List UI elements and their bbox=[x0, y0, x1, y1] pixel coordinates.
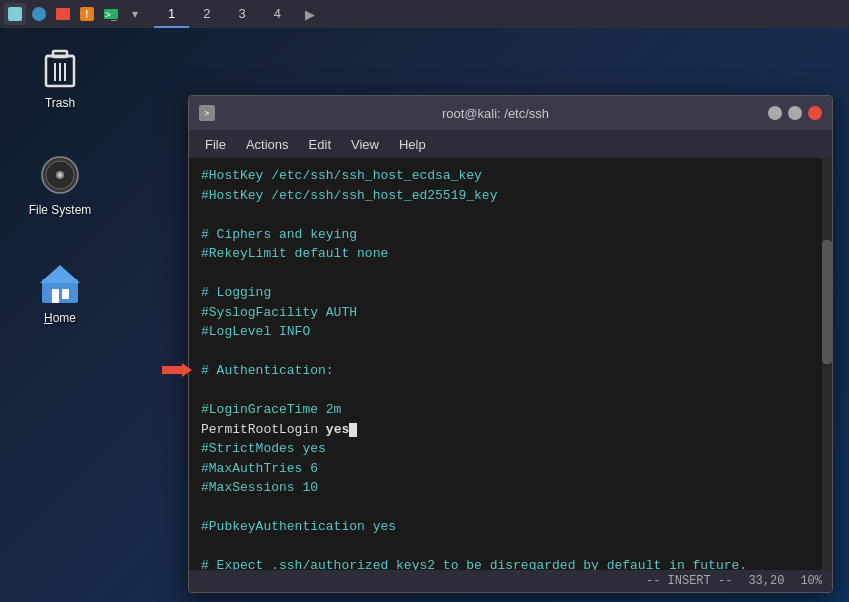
terminal-mode: -- INSERT -- bbox=[646, 574, 732, 588]
content-line-13: #LoginGraceTime 2m bbox=[201, 400, 820, 420]
terminal-menubar: File Actions Edit View Help bbox=[189, 130, 832, 158]
svg-rect-0 bbox=[8, 7, 22, 21]
filesystem-label: File System bbox=[29, 203, 92, 217]
taskbar-tabs: 1 2 3 4 ▶ bbox=[154, 0, 325, 28]
terminal-zoom: 10% bbox=[800, 574, 822, 588]
content-line-4: # Ciphers and keying bbox=[201, 225, 820, 245]
taskbar-tab-extra[interactable]: ▶ bbox=[295, 0, 325, 28]
taskbar-tab-2[interactable]: 2 bbox=[189, 0, 224, 28]
content-line-6 bbox=[201, 264, 820, 284]
content-line-17: #MaxSessions 10 bbox=[201, 478, 820, 498]
taskbar-tab-4[interactable]: 4 bbox=[260, 0, 295, 28]
terminal-content[interactable]: #HostKey /etc/ssh/ssh_host_ecdsa_key #Ho… bbox=[189, 158, 832, 570]
content-line-3 bbox=[201, 205, 820, 225]
content-line-5: #RekeyLimit default none bbox=[201, 244, 820, 264]
home-label: Home bbox=[44, 311, 76, 325]
minimize-button[interactable] bbox=[768, 106, 782, 120]
desktop-icon-filesystem[interactable]: File System bbox=[20, 145, 100, 223]
content-line-21: # Expect .ssh/authorized_keys2 to be dis… bbox=[201, 556, 820, 570]
content-line-2: #HostKey /etc/ssh/ssh_host_ed25519_key bbox=[201, 186, 820, 206]
trash-label: Trash bbox=[45, 96, 75, 110]
content-line-10 bbox=[201, 342, 820, 362]
svg-point-16 bbox=[58, 173, 62, 177]
terminal-window: > root@kali: /etc/ssh File Actions Edit … bbox=[188, 95, 833, 593]
filesystem-icon bbox=[36, 151, 84, 199]
maximize-button[interactable] bbox=[788, 106, 802, 120]
svg-rect-20 bbox=[62, 289, 69, 299]
taskbar-dropdown-icon[interactable]: ▾ bbox=[124, 3, 146, 25]
terminal-controls bbox=[768, 106, 822, 120]
menu-help[interactable]: Help bbox=[391, 135, 434, 154]
terminal-statusbar: -- INSERT -- 33,20 10% bbox=[189, 570, 832, 592]
taskbar-app-icon-4[interactable]: f bbox=[76, 3, 98, 25]
terminal-small-icon: > bbox=[199, 105, 215, 121]
desktop-icon-trash[interactable]: Trash bbox=[20, 38, 100, 116]
terminal-scrollbar[interactable] bbox=[822, 158, 832, 570]
svg-point-1 bbox=[32, 7, 46, 21]
terminal-titlebar: > root@kali: /etc/ssh bbox=[189, 96, 832, 130]
content-line-15: #StrictModes yes bbox=[201, 439, 820, 459]
svg-text:>: > bbox=[205, 109, 210, 118]
content-line-7: # Logging bbox=[201, 283, 820, 303]
content-line-20 bbox=[201, 537, 820, 557]
terminal-title: root@kali: /etc/ssh bbox=[223, 106, 768, 121]
content-line-19: #PubkeyAuthentication yes bbox=[201, 517, 820, 537]
content-line-1: #HostKey /etc/ssh/ssh_host_ecdsa_key bbox=[201, 166, 820, 186]
content-line-14: PermitRootLogin yes bbox=[201, 420, 820, 440]
content-line-12 bbox=[201, 381, 820, 401]
content-line-16: #MaxAuthTries 6 bbox=[201, 459, 820, 479]
close-button[interactable] bbox=[808, 106, 822, 120]
red-arrow bbox=[162, 363, 192, 377]
taskbar-app-icon-3[interactable] bbox=[52, 3, 74, 25]
svg-text:f: f bbox=[86, 9, 89, 20]
taskbar: f >_ ▾ 1 2 3 4 ▶ bbox=[0, 0, 849, 28]
svg-text:>_: >_ bbox=[105, 9, 118, 21]
menu-actions[interactable]: Actions bbox=[238, 135, 297, 154]
content-line-8: #SyslogFacility AUTH bbox=[201, 303, 820, 323]
desktop-icon-home[interactable]: Home bbox=[20, 253, 100, 331]
taskbar-app-icon-1[interactable] bbox=[4, 3, 26, 25]
trash-icon bbox=[36, 44, 84, 92]
home-icon bbox=[36, 259, 84, 307]
content-line-18 bbox=[201, 498, 820, 518]
content-line-9: #LogLevel INFO bbox=[201, 322, 820, 342]
taskbar-app-icon-2[interactable] bbox=[28, 3, 50, 25]
scrollbar-thumb bbox=[822, 240, 832, 364]
svg-rect-2 bbox=[56, 8, 70, 20]
terminal-cursor-pos: 33,20 bbox=[748, 574, 784, 588]
svg-rect-9 bbox=[53, 51, 67, 57]
taskbar-tab-3[interactable]: 3 bbox=[224, 0, 259, 28]
svg-marker-18 bbox=[40, 265, 80, 283]
taskbar-app-group: f >_ ▾ bbox=[0, 3, 146, 25]
taskbar-tab-1[interactable]: 1 bbox=[154, 0, 189, 28]
content-line-11: # Authentication: bbox=[201, 361, 820, 381]
svg-rect-19 bbox=[52, 289, 59, 303]
desktop: f >_ ▾ 1 2 3 4 ▶ Trash bbox=[0, 0, 849, 602]
svg-marker-23 bbox=[162, 363, 192, 377]
menu-edit[interactable]: Edit bbox=[301, 135, 339, 154]
taskbar-app-icon-5[interactable]: >_ bbox=[100, 3, 122, 25]
menu-file[interactable]: File bbox=[197, 135, 234, 154]
menu-view[interactable]: View bbox=[343, 135, 387, 154]
